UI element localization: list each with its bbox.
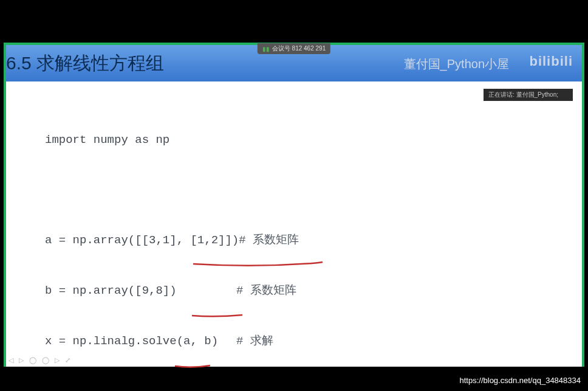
footer-bar: https://blog.csdn.net/qq_34848334 bbox=[0, 369, 588, 391]
footer-url: https://blog.csdn.net/qq_34848334 bbox=[460, 376, 581, 385]
code-line-1: import numpy as np bbox=[45, 132, 169, 149]
meeting-badge: ▮▮ 会议号 812 462 291 bbox=[258, 43, 330, 54]
code-line-3-code: b = np.array([9,8]) bbox=[45, 283, 236, 300]
signal-icon: ▮▮ bbox=[262, 46, 270, 52]
meeting-id-label: 会议号 812 462 291 bbox=[272, 44, 326, 53]
bilibili-logo: bilibili bbox=[529, 54, 573, 69]
speaking-badge: 正在讲话: 董付国_Python; bbox=[484, 89, 573, 101]
code-line-2-code: a = np.array([[3,1], [1,2]]) bbox=[45, 232, 239, 249]
code-block: import numpy as np a = np.array([[3,1], … bbox=[45, 99, 570, 391]
author-label: 董付国_Python小屋 bbox=[404, 56, 509, 72]
speaking-label: 正在讲话: 董付国_Python; bbox=[488, 91, 558, 98]
slide-content: import numpy as np a = np.array([[3,1], … bbox=[6, 81, 582, 367]
code-line-3-comment: # 系数矩阵 bbox=[236, 283, 296, 300]
toolbar-icons: ◁ ▷ ◯ ◯ ▷ ⤢ bbox=[9, 356, 72, 364]
code-line-2-comment: # 系数矩阵 bbox=[239, 232, 299, 249]
code-line-4-code: x = np.linalg.solve(a, b) bbox=[45, 333, 236, 350]
section-title: 6.5 求解线性方程组 bbox=[6, 51, 164, 76]
video-screen: ▮▮ 会议号 812 462 291 6.5 求解线性方程组 董付国_Pytho… bbox=[4, 43, 584, 367]
code-line-4-comment: # 求解 bbox=[236, 333, 273, 350]
